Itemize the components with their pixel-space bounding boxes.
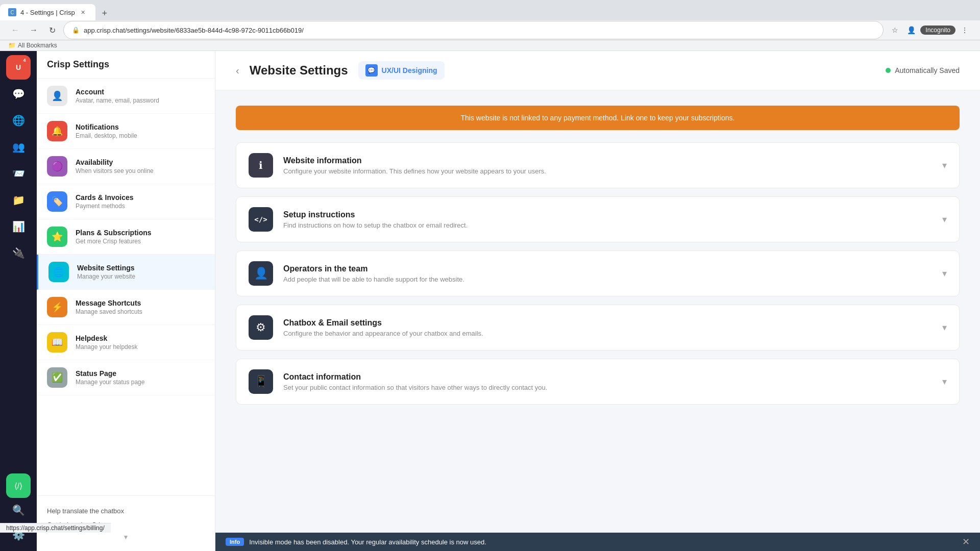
sidebar-item-status-page[interactable]: ✅ Status Page Manage your status page [37, 360, 215, 395]
website-info-title: Website information [283, 156, 932, 165]
operators-desc: Add people that will be able to handle s… [283, 276, 932, 283]
nav-files-icon[interactable]: 📁 [6, 188, 31, 212]
sidebar-item-website-settings[interactable]: 🌐 Website Settings Manage your website [37, 255, 215, 290]
forward-nav-button[interactable]: → [27, 23, 41, 37]
translate-link[interactable]: Help translate the chatbox [47, 504, 205, 518]
website-info-desc: Configure your website information. This… [283, 167, 932, 175]
card-website-information[interactable]: ℹ Website information Configure your web… [236, 142, 960, 188]
setup-instructions-icon: </> [249, 207, 273, 232]
website-badge-name: UX/UI Designing [382, 66, 437, 74]
setup-instructions-title: Setup instructions [283, 210, 932, 219]
payment-warning[interactable]: This website is not linked to any paymen… [236, 106, 960, 130]
auto-save-dot [886, 68, 891, 73]
notification-close-button[interactable]: ✕ [962, 536, 970, 547]
setup-instructions-desc: Find instructions on how to setup the ch… [283, 221, 932, 229]
contact-info-desc: Set your public contact information so t… [283, 384, 932, 391]
notification-message: Invisible mode has been disabled. Your r… [249, 538, 486, 546]
main-header: ‹ Website Settings 💬 UX/UI Designing Aut… [215, 51, 980, 90]
chevron-down-icon: ▾ [942, 322, 947, 333]
sidebar-item-message-shortcuts[interactable]: ⚡ Message Shortcuts Manage saved shortcu… [37, 290, 215, 325]
icon-nav: U 4 💬 🌐 👥 📨 📁 📊 🔌 ⟨/⟩ 🔍 ⚙️ [0, 51, 37, 551]
sidebar-item-notifications[interactable]: 🔔 Notifications Email, desktop, mobile [37, 114, 215, 149]
url-text: app.crisp.chat/settings/website/6833ae5b… [84, 27, 877, 34]
card-chatbox-email-settings[interactable]: ⚙ Chatbox & Email settings Configure the… [236, 305, 960, 350]
helpdesk-icon: 📖 [47, 332, 67, 353]
message-shortcuts-subtitle: Manage saved shortcuts [76, 308, 205, 315]
availability-subtitle: When visitors see you online [76, 167, 205, 174]
icon-nav-bottom: ⟨/⟩ 🔍 ⚙️ [6, 473, 31, 547]
browser-chrome: C 4 - Settings | Crisp ✕ + ← → ↻ 🔒 app.c… [0, 0, 980, 51]
tab-label: 4 - Settings | Crisp [20, 9, 75, 16]
nav-setup-icon[interactable]: ⟨/⟩ [6, 473, 31, 498]
nav-search-icon[interactable]: 🔍 [6, 498, 31, 522]
website-settings-title: Website Settings [77, 264, 205, 272]
helpdesk-title: Helpdesk [76, 334, 205, 342]
sidebar: Crisp Settings 👤 Account Avatar, name, e… [37, 51, 215, 551]
card-operators-in-team[interactable]: 👤 Operators in the team Add people that … [236, 251, 960, 296]
status-page-subtitle: Manage your status page [76, 379, 205, 386]
tab-favicon: C [8, 8, 16, 16]
chatbox-settings-icon: ⚙ [249, 315, 273, 340]
status-page-icon: ✅ [47, 367, 67, 388]
incognito-badge: Incognito [920, 26, 955, 35]
back-button[interactable]: ‹ [236, 65, 239, 77]
app-layout: U 4 💬 🌐 👥 📨 📁 📊 🔌 ⟨/⟩ 🔍 ⚙️ Crisp Setting… [0, 51, 980, 551]
bookmarks-bar-label: All Bookmarks [18, 42, 57, 49]
sidebar-item-plans-subscriptions[interactable]: ⭐ Plans & Subscriptions Get more Crisp f… [37, 219, 215, 255]
notification-info-badge: Info [226, 538, 244, 546]
availability-icon: 🟣 [47, 156, 67, 177]
chevron-down-icon: ▾ [942, 160, 947, 171]
page-title: Website Settings [250, 63, 348, 78]
chevron-down-icon: ▾ [942, 268, 947, 279]
plans-subtitle: Get more Crisp features [76, 238, 205, 245]
notifications-icon: 🔔 [47, 121, 67, 141]
notification-badge: 4 [20, 57, 29, 63]
tab-close-button[interactable]: ✕ [79, 8, 87, 16]
bookmark-star-icon[interactable]: ☆ [888, 23, 902, 37]
menu-icon[interactable]: ⋮ [958, 23, 972, 37]
auto-save-text: Automatically Saved [895, 66, 960, 74]
browser-tab-active[interactable]: C 4 - Settings | Crisp ✕ [0, 4, 95, 20]
nav-contacts-icon[interactable]: 👥 [6, 135, 31, 159]
chatbox-settings-desc: Configure the behavior and appearance of… [283, 330, 932, 337]
plans-title: Plans & Subscriptions [76, 229, 205, 237]
cards-invoices-icon: 🏷️ [47, 191, 67, 212]
notification-bar: Info Invisible mode has been disabled. Y… [215, 533, 980, 551]
main-body: This website is not linked to any paymen… [215, 90, 980, 533]
nav-plugins-icon[interactable]: 🔌 [6, 241, 31, 265]
nav-send-icon[interactable]: 📨 [6, 161, 31, 186]
sidebar-header: Crisp Settings [37, 51, 215, 79]
availability-title: Availability [76, 158, 205, 166]
sidebar-item-availability[interactable]: 🟣 Availability When visitors see you onl… [37, 149, 215, 184]
message-shortcuts-title: Message Shortcuts [76, 299, 205, 307]
operators-title: Operators in the team [283, 264, 932, 273]
user-avatar[interactable]: U 4 [6, 55, 31, 80]
operators-icon: 👤 [249, 261, 273, 286]
bookmarks-folder-icon: 📁 [8, 42, 16, 49]
back-nav-button[interactable]: ← [8, 23, 22, 37]
nav-chat-icon[interactable]: 💬 [6, 82, 31, 106]
sidebar-item-cards-invoices[interactable]: 🏷️ Cards & Invoices Payment methods [37, 184, 215, 219]
address-bar[interactable]: 🔒 app.crisp.chat/settings/website/6833ae… [63, 21, 884, 39]
toolbar-actions: ☆ 👤 Incognito ⋮ [888, 23, 972, 37]
browser-toolbar: ← → ↻ 🔒 app.crisp.chat/settings/website/… [0, 20, 980, 40]
account-title: Account [76, 88, 205, 96]
auto-save-indicator: Automatically Saved [886, 66, 960, 74]
main-content: ‹ Website Settings 💬 UX/UI Designing Aut… [215, 51, 980, 551]
sidebar-item-helpdesk[interactable]: 📖 Helpdesk Manage your helpdesk [37, 325, 215, 360]
website-settings-icon: 🌐 [48, 262, 69, 282]
card-setup-instructions[interactable]: </> Setup instructions Find instructions… [236, 196, 960, 242]
sidebar-item-account[interactable]: 👤 Account Avatar, name, email, password [37, 79, 215, 114]
nav-globe-icon[interactable]: 🌐 [6, 108, 31, 133]
profile-icon[interactable]: 👤 [904, 23, 918, 37]
contact-info-title: Contact information [283, 372, 932, 382]
reload-button[interactable]: ↻ [45, 23, 59, 37]
sidebar-scroll: 👤 Account Avatar, name, email, password … [37, 79, 215, 495]
browser-tabs: C 4 - Settings | Crisp ✕ + [0, 0, 980, 20]
scroll-down-indicator: ▼ [47, 532, 205, 543]
cards-invoices-subtitle: Payment methods [76, 203, 205, 210]
bookmarks-bar: 📁 All Bookmarks [0, 40, 980, 51]
nav-analytics-icon[interactable]: 📊 [6, 214, 31, 239]
card-contact-information[interactable]: 📱 Contact information Set your public co… [236, 359, 960, 405]
new-tab-button[interactable]: + [97, 6, 112, 20]
